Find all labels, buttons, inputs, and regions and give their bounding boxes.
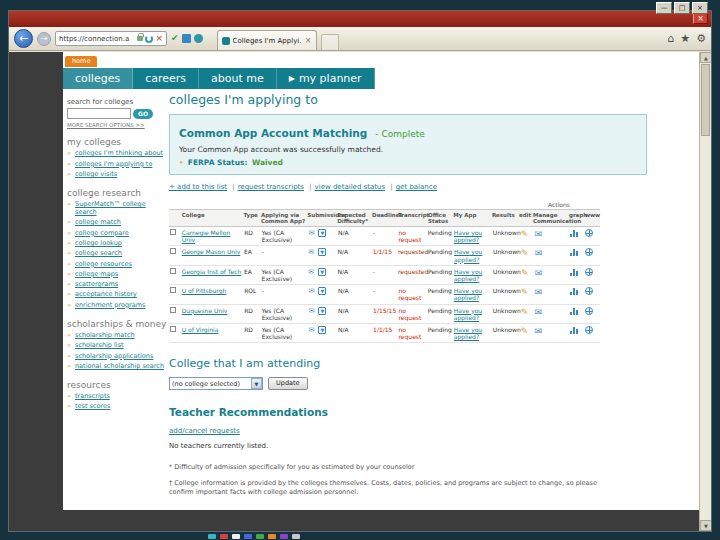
page-icon[interactable] [182,34,191,43]
taskbar-icon[interactable] [208,534,216,539]
column-header[interactable]: College [181,210,243,226]
scroll-down-icon[interactable]: ▼ [700,520,711,531]
browser-close-button[interactable]: × [693,13,708,24]
envelope-icon[interactable]: ✉ [309,326,315,334]
sidebar-link[interactable]: acceptance history [67,291,167,299]
column-header[interactable]: Results [491,210,518,226]
graph-icon[interactable] [570,326,580,334]
nav-tab-careers[interactable]: careers [133,68,199,89]
tab-close-icon[interactable]: × [305,37,312,45]
row-checkbox[interactable] [170,229,176,235]
taskbar-icon[interactable] [280,534,288,539]
download-icon[interactable]: ▼ [318,326,326,334]
nav-tab-about-me[interactable]: about me [199,68,277,89]
column-header[interactable]: My App [452,210,491,226]
new-tab-button[interactable] [321,34,339,50]
have-you-applied-link[interactable]: Have you applied? [454,229,482,243]
manage-communication-icon[interactable]: ✉ [535,268,543,278]
graph-icon[interactable] [570,268,580,276]
www-globe-icon[interactable] [585,229,593,237]
manage-communication-icon[interactable]: ✉ [535,287,543,297]
list-action-link[interactable]: request transcripts [229,183,304,191]
forward-button[interactable]: → [37,32,51,46]
attending-college-select[interactable]: (no college selected) ▼ [169,377,263,390]
taskbar-icon[interactable] [292,534,300,539]
have-you-applied-link[interactable]: Have you applied? [454,326,482,340]
row-checkbox[interactable] [170,287,176,293]
row-checkbox[interactable] [170,268,176,274]
download-icon[interactable]: ▼ [318,268,326,276]
www-globe-icon[interactable] [585,307,593,315]
sidebar-link[interactable]: college match [67,219,167,227]
column-header[interactable]: edit [518,210,532,226]
sidebar-link[interactable]: college visits [67,171,167,179]
row-checkbox[interactable] [170,307,176,313]
column-header[interactable]: Office Status [427,210,452,226]
list-action-link[interactable]: view detailed status [306,183,385,191]
taskbar-icon[interactable] [256,534,264,539]
download-icon[interactable]: ▼ [318,229,326,237]
column-header[interactable]: Transcript [397,210,427,226]
have-you-applied-link[interactable]: Have you applied? [454,307,482,321]
graph-icon[interactable] [570,287,580,295]
graph-icon[interactable] [570,307,580,315]
minimize-button[interactable]: — [656,2,672,14]
envelope-icon[interactable]: ✉ [309,307,315,315]
edit-pencil-icon[interactable]: ✎ [521,229,529,239]
have-you-applied-link[interactable]: Have you applied? [454,268,482,282]
download-icon[interactable]: ▼ [318,287,326,295]
sidebar-link[interactable]: national scholarship search [67,363,167,371]
www-globe-icon[interactable] [585,248,593,256]
edit-pencil-icon[interactable]: ✎ [521,248,529,258]
column-header[interactable]: Applying via Common App? [260,210,306,226]
envelope-icon[interactable]: ✉ [309,229,315,237]
envelope-icon[interactable]: ✉ [309,287,315,295]
column-header[interactable]: Manage Communication [532,210,568,226]
site-home-button[interactable]: home [65,56,97,67]
nav-tab-colleges[interactable]: colleges [63,68,133,89]
favorites-star-icon[interactable]: ★ [680,33,690,44]
sidebar-link[interactable]: college resources [67,261,167,269]
sidebar-link[interactable]: colleges I'm thinking about [67,150,167,158]
www-globe-icon[interactable] [585,326,593,334]
stop-icon[interactable]: × [155,34,163,43]
scrollbar-thumb[interactable] [701,64,710,136]
column-header[interactable]: Expected Difficulty* [336,210,371,226]
select-dropdown-icon[interactable]: ▼ [251,378,262,389]
taskbar-icon[interactable] [244,534,252,539]
sidebar-link[interactable]: college compare [67,230,167,238]
list-action-link[interactable]: + add to this list [169,183,227,191]
download-icon[interactable]: ▼ [318,307,326,315]
sidebar-link[interactable]: scholarship match [67,332,167,340]
taskbar-icon[interactable] [268,534,276,539]
edit-pencil-icon[interactable]: ✎ [521,326,529,336]
college-link[interactable]: Georgia Inst of Tech [182,268,242,275]
have-you-applied-link[interactable]: Have you applied? [454,287,482,301]
taskbar-icon[interactable] [220,534,228,539]
college-link[interactable]: U of Pittsburgh [182,287,227,294]
graph-icon[interactable] [570,229,580,237]
manage-communication-icon[interactable]: ✉ [535,326,543,336]
compatibility-icon[interactable] [194,34,203,43]
column-header[interactable]: Type [242,210,259,226]
refresh-icon[interactable] [145,35,153,43]
envelope-icon[interactable]: ✉ [308,268,314,276]
sidebar-link[interactable]: SuperMatch™ college search [67,201,167,217]
edit-pencil-icon[interactable]: ✎ [521,268,529,278]
column-header[interactable]: Submissions [306,210,336,226]
row-checkbox[interactable] [170,248,176,254]
sidebar-link[interactable]: scholarship applications [67,353,167,361]
sidebar-link[interactable]: enrichment programs [67,302,167,310]
more-search-options-link[interactable]: MORE SEARCH OPTIONS >> [67,122,167,128]
sidebar-link[interactable]: colleges I'm applying to [67,161,167,169]
sidebar-link[interactable]: scholarship list [67,342,167,350]
envelope-icon[interactable]: ✉ [308,248,314,256]
home-icon[interactable]: ⌂ [667,33,674,44]
college-link[interactable]: U of Virginia [182,326,219,333]
www-globe-icon[interactable] [585,268,593,276]
sidebar-link[interactable]: test scores [67,403,167,411]
list-action-link[interactable]: get balance [387,183,437,191]
download-icon[interactable]: ▼ [318,248,326,256]
column-header[interactable]: graph [568,210,584,226]
address-bar[interactable]: https://connection.a × [55,31,167,46]
